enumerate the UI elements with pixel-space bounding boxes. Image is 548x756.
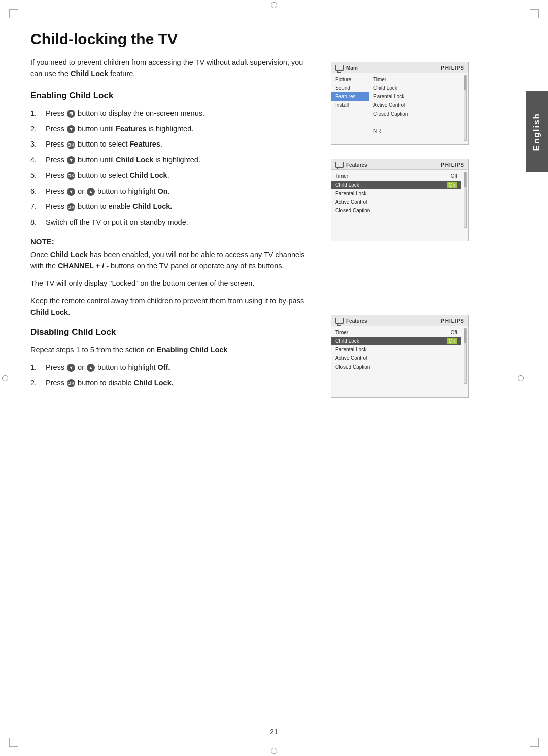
- up-icon-dis-1: ▲: [87, 364, 95, 372]
- step-4: 4. Press ▼ button until Child Lock is hi…: [30, 155, 315, 166]
- tv-scrollbar-1: [464, 75, 467, 141]
- step-7: 7. Press OK button to enable Child Lock.: [30, 201, 315, 212]
- tv-row-parentallock-3: Parental Lock: [331, 345, 461, 354]
- tv-row-parentallock-2: Parental Lock: [331, 189, 461, 198]
- down-icon-dis-1: ▼: [67, 364, 75, 372]
- tv-row-timer-2: Timer Off: [331, 172, 461, 181]
- tv-right-menu-1: Timer Child Lock Parental Lock Active Co…: [369, 73, 468, 144]
- tv-right-closedcaption-1: Closed Caption: [369, 110, 468, 118]
- ok-icon-btn-7: OK: [67, 203, 75, 211]
- tv-row-activecontrol-2: Active Control: [331, 198, 461, 206]
- note-section: NOTE: Once Child Lock has been enabled, …: [30, 237, 315, 318]
- down-icon-btn-4: ▼: [67, 156, 75, 164]
- disabling-steps-list: 1. Press ▼ or ▲ button to highlight Off.…: [30, 362, 315, 389]
- tv-left-install: Install: [331, 101, 369, 110]
- intro-paragraph: If you need to prevent children from acc…: [30, 57, 315, 80]
- step-3: 3. Press OK button to select Features.: [30, 139, 315, 150]
- tv-screen-2: Features PHILIPS Timer Off Child Lock On: [331, 159, 469, 241]
- tv-row-childlock-3: Child Lock On: [331, 337, 461, 345]
- note-para-3: Keep the remote control away from childr…: [30, 295, 315, 318]
- tv-monitor-icon-3: [335, 318, 344, 324]
- tv-right-childlock-1: Child Lock: [369, 84, 468, 92]
- tv-row-empty1-2: [331, 215, 461, 224]
- tv-row-timer-3: Timer Off: [331, 328, 461, 337]
- tv-active-menu-3: Features: [346, 318, 367, 324]
- tv-body-3: Timer Off Child Lock On Parental Lock: [331, 326, 468, 397]
- tv-header-3: Features PHILIPS: [331, 315, 468, 326]
- ok-icon-btn-3: OK: [67, 141, 75, 149]
- right-column: Main PHILIPS Picture Sound Features Inst…: [331, 57, 478, 398]
- tv-scrollbar-thumb-3: [464, 329, 466, 343]
- tv-right-timer-1: Timer: [369, 75, 468, 84]
- tv-scrollbar-2: [464, 172, 467, 228]
- tv-philips-logo-2: PHILIPS: [441, 162, 464, 168]
- page-title: Child-locking the TV: [30, 30, 518, 48]
- tv-header-left-3: Features: [335, 318, 367, 324]
- tv-monitor-icon-1: [335, 65, 344, 71]
- intro-text-post: feature.: [108, 69, 135, 78]
- tv-row-closedcaption-2: Closed Caption: [331, 206, 461, 215]
- crosshair-left-icon: [2, 375, 8, 381]
- step-1: 1. Press ⊞ button to display the on-scre…: [30, 108, 315, 119]
- tv-features-menu-3: Timer Off Child Lock On Parental Lock: [331, 326, 468, 397]
- tv-header-1: Main PHILIPS: [331, 62, 468, 73]
- tv-body-1: Picture Sound Features Install Timer Chi…: [331, 73, 468, 144]
- step-8: 8. Switch off the TV or put it on standb…: [30, 217, 315, 228]
- enabling-section-title: Enabling Child Lock: [30, 91, 315, 101]
- tv-header-left-1: Main: [335, 65, 358, 71]
- tv-scrollbar-thumb-1: [464, 76, 466, 90]
- ok-icon-dis-2: OK: [67, 379, 75, 387]
- tv-features-menu-2: Timer Off Child Lock On Parental Lock: [331, 170, 468, 241]
- dis-step-1: 1. Press ▼ or ▲ button to highlight Off.: [30, 362, 315, 373]
- down-icon-btn-2: ▼: [67, 125, 75, 133]
- left-column: If you need to prevent children from acc…: [30, 57, 315, 398]
- tv-right-nr-1: NR: [369, 127, 468, 135]
- tv-right-activecontrol-1: Active Control: [369, 101, 468, 110]
- up-icon-btn-6: ▲: [87, 188, 95, 196]
- tv-row-closedcaption-3: Closed Caption: [331, 363, 461, 371]
- disabling-section-title: Disabling Child Lock: [30, 327, 315, 337]
- note-title: NOTE:: [30, 237, 315, 246]
- tv-philips-logo-3: PHILIPS: [441, 318, 464, 324]
- ok-icon-btn-5: OK: [67, 172, 75, 180]
- main-content: If you need to prevent children from acc…: [30, 57, 518, 398]
- crosshair-bottom-icon: [271, 748, 277, 754]
- tv-left-picture: Picture: [331, 75, 369, 84]
- tv-active-menu-2: Features: [346, 162, 367, 168]
- tv-row-empty1-3: [331, 371, 461, 380]
- tv-row-empty2-2: [331, 224, 461, 232]
- note-para-2: The TV will only display "Locked" on the…: [30, 278, 315, 289]
- step-6: 6. Press ▼ or ▲ button to highlight On.: [30, 186, 315, 197]
- tv-screen-1: Main PHILIPS Picture Sound Features Inst…: [331, 62, 469, 145]
- intro-bold: Child Lock: [71, 69, 108, 78]
- tv-scrollbar-thumb-2: [464, 172, 466, 187]
- tv-left-sound: Sound: [331, 84, 369, 92]
- disabling-repeat-text: Repeat steps 1 to 5 from the sction on E…: [30, 344, 315, 355]
- tv-right-empty-1: [369, 118, 468, 127]
- tv-body-2: Timer Off Child Lock On Parental Lock: [331, 170, 468, 241]
- step-5: 5. Press OK button to select Child Lock.: [30, 170, 315, 182]
- note-para-1: Once Child Lock has been enabled, you wi…: [30, 249, 315, 272]
- tv-screen-3: Features PHILIPS Timer Off Child Lock On: [331, 315, 469, 398]
- tv-scrollbar-3: [464, 328, 467, 384]
- dis-step-2: 2. Press OK button to disable Child Lock…: [30, 378, 315, 389]
- tv-left-features: Features: [331, 92, 369, 101]
- tv-monitor-icon-2: [335, 162, 344, 168]
- tv-active-menu-1: Main: [346, 65, 358, 71]
- crosshair-right-icon: [518, 375, 524, 381]
- tv-left-menu-1: Picture Sound Features Install: [331, 73, 369, 144]
- crosshair-top-icon: [271, 2, 277, 8]
- menu-icon-btn: ⊞: [67, 110, 75, 118]
- tv-right-parentallock-1: Parental Lock: [369, 92, 468, 101]
- tv-header-left-2: Features: [335, 162, 367, 168]
- down-icon-btn-6: ▼: [67, 188, 75, 196]
- tv-header-2: Features PHILIPS: [331, 159, 468, 170]
- tv-row-childlock-2: Child Lock On: [331, 181, 461, 189]
- tv-philips-logo-1: PHILIPS: [441, 65, 464, 71]
- tv-row-activecontrol-3: Active Control: [331, 354, 461, 363]
- step-2: 2. Press ▼ button until Features is high…: [30, 124, 315, 135]
- enabling-steps-list: 1. Press ⊞ button to display the on-scre…: [30, 108, 315, 228]
- tv-row-empty2-3: [331, 380, 461, 388]
- page-number: 21: [270, 728, 278, 736]
